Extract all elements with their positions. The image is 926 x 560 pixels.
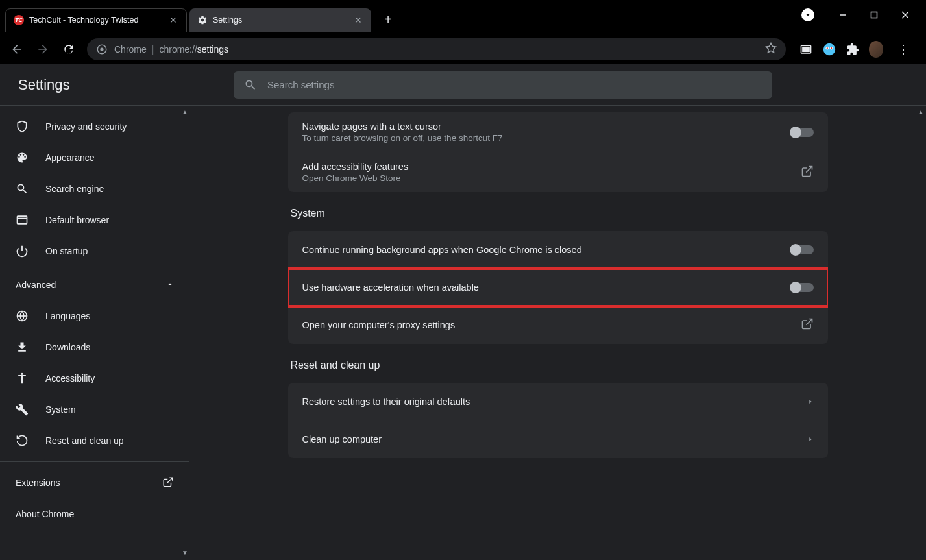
close-tab-icon[interactable]: ✕ bbox=[168, 15, 178, 25]
row-subtitle: To turn caret browsing on or off, use th… bbox=[302, 133, 790, 143]
toggle-caret-browsing[interactable] bbox=[790, 128, 814, 137]
sidebar-section-advanced[interactable]: Advanced bbox=[0, 272, 189, 298]
section-title-system: System bbox=[291, 208, 828, 219]
tab-strip: TC TechCult - Technology Twisted ✕ Setti… bbox=[0, 5, 926, 34]
row-cleanup-computer[interactable]: Clean up computer bbox=[288, 420, 828, 458]
row-title: Continue running background apps when Go… bbox=[302, 245, 790, 255]
settings-title: Settings bbox=[13, 77, 234, 93]
sidebar-label: Reset and clean up bbox=[45, 435, 124, 446]
sidebar-item-default-browser[interactable]: Default browser bbox=[0, 207, 189, 233]
sidebar-item-startup[interactable]: On startup bbox=[0, 238, 189, 264]
sidebar-item-extensions[interactable]: Extensions bbox=[0, 467, 189, 498]
row-title: Clean up computer bbox=[302, 434, 807, 444]
row-title: Open your computer's proxy settings bbox=[302, 320, 801, 330]
row-title: Use hardware acceleration when available bbox=[302, 282, 790, 293]
sidebar-label: Privacy and security bbox=[45, 121, 127, 132]
sidebar-item-privacy[interactable]: Privacy and security bbox=[0, 114, 189, 140]
favicon-settings bbox=[197, 15, 208, 25]
tab-settings[interactable]: Settings ✕ bbox=[189, 8, 371, 32]
sidebar-item-languages[interactable]: Languages bbox=[0, 303, 189, 329]
download-icon bbox=[16, 341, 29, 354]
back-button[interactable] bbox=[5, 38, 29, 61]
settings-header: Settings bbox=[0, 64, 926, 106]
tab-techcult[interactable]: TC TechCult - Technology Twisted ✕ bbox=[5, 8, 187, 32]
bookmark-star-icon[interactable] bbox=[765, 42, 777, 56]
omnibox[interactable]: Chrome | chrome://settings bbox=[87, 38, 786, 60]
search-icon bbox=[244, 79, 257, 91]
accessibility-icon bbox=[16, 372, 29, 385]
sidebar-item-about[interactable]: About Chrome bbox=[0, 498, 189, 530]
row-proxy-settings[interactable]: Open your computer's proxy settings bbox=[288, 306, 828, 344]
sidebar-item-system[interactable]: System bbox=[0, 396, 189, 422]
sidebar-label: Languages bbox=[45, 311, 90, 321]
toggle-background-apps[interactable] bbox=[790, 245, 814, 254]
sidebar-item-reset[interactable]: Reset and clean up bbox=[0, 428, 189, 454]
row-title: Navigate pages with a text cursor bbox=[302, 121, 790, 132]
forward-button[interactable] bbox=[31, 38, 55, 61]
chrome-icon bbox=[96, 43, 108, 55]
search-icon bbox=[16, 182, 29, 195]
close-tab-icon[interactable]: ✕ bbox=[353, 15, 363, 25]
close-window-button[interactable] bbox=[892, 5, 918, 25]
scrollbar-up-arrow[interactable]: ▲ bbox=[918, 108, 924, 116]
search-settings-box[interactable] bbox=[234, 71, 772, 99]
row-subtitle: Open Chrome Web Store bbox=[302, 173, 801, 183]
search-input[interactable] bbox=[267, 79, 762, 90]
sidebar-label: Advanced bbox=[16, 280, 56, 290]
row-restore-defaults[interactable]: Restore settings to their original defau… bbox=[288, 383, 828, 420]
minimize-button[interactable] bbox=[830, 5, 856, 25]
external-link-icon bbox=[801, 165, 814, 180]
sidebar-label: Appearance bbox=[45, 152, 95, 163]
globe-icon bbox=[16, 310, 29, 323]
address-bar: Chrome | chrome://settings ⋮ bbox=[0, 34, 926, 64]
tab-title: TechCult - Technology Twisted bbox=[29, 16, 164, 25]
sidebar-item-search-engine[interactable]: Search engine bbox=[0, 176, 189, 202]
chevron-up-icon bbox=[166, 280, 174, 290]
section-title-reset: Reset and clean up bbox=[291, 359, 828, 371]
window-icon bbox=[16, 213, 29, 226]
sidebar-label: Extensions bbox=[16, 478, 60, 488]
reload-button[interactable] bbox=[57, 38, 80, 61]
palette-icon bbox=[16, 151, 29, 164]
new-tab-button[interactable]: + bbox=[379, 11, 397, 29]
toggle-hardware-acceleration[interactable] bbox=[790, 283, 814, 292]
external-link-icon bbox=[801, 317, 814, 333]
url-text: Chrome | chrome://settings bbox=[114, 44, 228, 55]
svg-rect-13 bbox=[18, 216, 27, 224]
svg-point-8 bbox=[823, 43, 835, 55]
sidebar-item-accessibility[interactable]: Accessibility bbox=[0, 365, 189, 391]
cast-icon[interactable] bbox=[801, 8, 814, 21]
accessibility-card: Navigate pages with a text cursor To tur… bbox=[288, 112, 828, 192]
sidebar-item-downloads[interactable]: Downloads bbox=[0, 334, 189, 360]
svg-point-12 bbox=[831, 47, 832, 49]
sidebar-item-appearance[interactable]: Appearance bbox=[0, 145, 189, 171]
reset-card: Restore settings to their original defau… bbox=[288, 383, 828, 458]
sidebar-label: Search engine bbox=[45, 184, 104, 194]
row-title: Add accessibility features bbox=[302, 162, 801, 172]
reading-list-icon[interactable] bbox=[799, 42, 813, 56]
svg-line-19 bbox=[167, 478, 173, 483]
main-content: ▲ Navigate pages with a text cursor To t… bbox=[189, 64, 926, 560]
titlebar bbox=[0, 0, 926, 5]
scrollbar-up-arrow[interactable]: ▲ bbox=[182, 108, 188, 116]
window-controls bbox=[801, 0, 926, 29]
sidebar-label: System bbox=[45, 404, 76, 415]
profile-avatar[interactable] bbox=[869, 42, 883, 56]
chevron-right-icon bbox=[807, 396, 814, 408]
svg-line-21 bbox=[806, 319, 812, 325]
scrollbar-down-arrow[interactable]: ▼ bbox=[182, 549, 188, 556]
svg-rect-1 bbox=[871, 12, 877, 18]
svg-point-18 bbox=[21, 373, 23, 375]
maximize-button[interactable] bbox=[861, 5, 887, 25]
row-accessibility-features[interactable]: Add accessibility features Open Chrome W… bbox=[288, 152, 828, 192]
chrome-menu-icon[interactable]: ⋮ bbox=[892, 42, 914, 56]
extension-icon-1[interactable] bbox=[822, 42, 836, 56]
extensions-puzzle-icon[interactable] bbox=[846, 42, 860, 56]
svg-point-5 bbox=[100, 47, 103, 51]
external-link-icon bbox=[162, 476, 174, 490]
wrench-icon bbox=[16, 403, 29, 416]
sidebar-label: About Chrome bbox=[16, 509, 74, 519]
restore-icon bbox=[16, 434, 29, 447]
chevron-right-icon bbox=[807, 433, 814, 445]
toolbar-icons: ⋮ bbox=[792, 42, 921, 56]
